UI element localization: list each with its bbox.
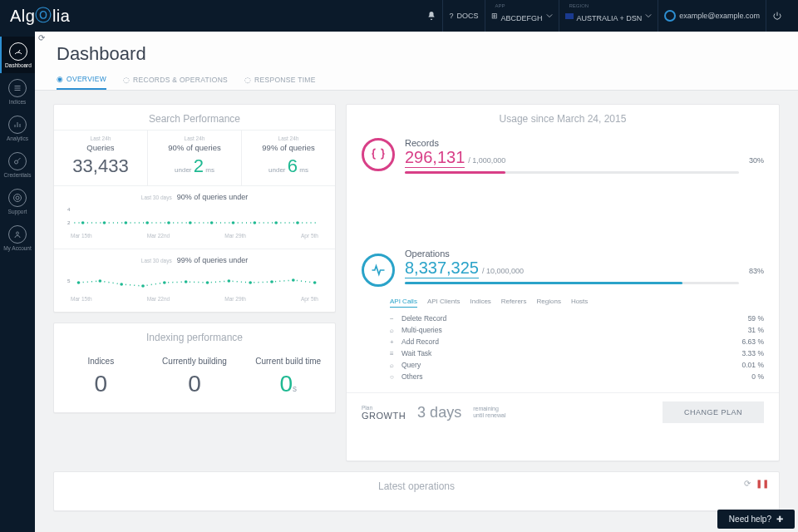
metric-value: 33,433	[57, 155, 144, 177]
tab-response-time[interactable]: ◌RESPONSE TIME	[244, 75, 316, 90]
logout-button[interactable]	[766, 0, 788, 32]
sidebar-item-credentials[interactable]: Credentials	[0, 146, 35, 183]
svg-point-17	[296, 221, 299, 224]
metric-label: 99% of queries	[245, 143, 332, 152]
svg-text:2: 2	[67, 219, 71, 225]
svg-point-23	[163, 281, 166, 284]
sidebar-item-dashboard[interactable]: Dashboard	[0, 37, 35, 73]
sidebar-item-label: Support	[8, 209, 27, 214]
change-plan-button[interactable]: CHANGE PLAN	[663, 401, 764, 423]
braces-icon	[362, 138, 395, 171]
svg-point-1	[16, 196, 19, 200]
pause-icon[interactable]: ❚❚	[756, 479, 769, 488]
refresh-icon[interactable]: ⟳	[744, 479, 751, 488]
flag-icon	[565, 13, 574, 19]
sidebar-item-support[interactable]: Support	[0, 183, 35, 219]
list-item: ⌕Multi-queries31 %	[390, 324, 764, 336]
api-breakdown-list: −Delete Record59 % ⌕Multi-queries31 % +A…	[347, 308, 779, 392]
tab-label: RECORDS & OPERATIONS	[133, 76, 228, 84]
svg-point-29	[292, 278, 295, 282]
clock-icon: ◌	[123, 76, 130, 83]
sidebar-item-account[interactable]: My Account	[0, 219, 35, 256]
svg-point-0	[15, 160, 18, 164]
list-icon	[8, 79, 27, 97]
user-email: example@example.com	[679, 12, 760, 20]
sidebar-item-label: Credentials	[4, 172, 32, 178]
svg-point-25	[206, 281, 209, 284]
region-selector[interactable]: REGION AUSTRALIA + DSN	[559, 0, 658, 32]
renewal-sub: remaining until renewal	[473, 406, 505, 418]
metric-queries: Last 24h Queries 33,433	[54, 131, 148, 185]
docs-link[interactable]: ? DOCS	[442, 0, 484, 32]
plan-caption: Plan	[362, 405, 406, 411]
usage-limit: / 10,000,000	[482, 267, 524, 275]
metric-99pct: Last 24h 99% of queries under 6 ms	[242, 131, 335, 185]
user-icon	[8, 225, 27, 244]
metric-label: 90% of queries	[151, 143, 238, 152]
sidebar-item-analytics[interactable]: Analytics	[0, 110, 35, 146]
svg-point-2	[14, 194, 22, 201]
bar-chart-icon	[8, 116, 27, 134]
refresh-icon[interactable]: ⟳	[38, 33, 45, 42]
page-tabs: ◉OVERVIEW ◌RECORDS & OPERATIONS ◌RESPONS…	[57, 75, 776, 90]
svg-point-11	[167, 221, 170, 224]
region-selector-caption: REGION	[569, 3, 589, 8]
chart-90pct: Last 30 days90% of queries under 4 2 Mar…	[54, 185, 335, 249]
plan-footer: Plan GROWTH 3 days remaining until renew…	[347, 392, 779, 435]
plan-name: GROWTH	[362, 411, 406, 421]
api-breakdown-tabs: API Calls API Clients Indices Referers R…	[347, 293, 779, 308]
latest-operations-panel: Latest operations ⟳❚❚	[53, 471, 780, 511]
main: Dashboard ◉OVERVIEW ◌RECORDS & OPERATION…	[35, 32, 798, 532]
grid-icon: ⊞	[491, 12, 498, 20]
api-tab-regions[interactable]: Regions	[537, 298, 561, 308]
life-ring-icon	[8, 189, 27, 207]
sidebar-item-indices[interactable]: Indices	[0, 73, 35, 110]
sidebar-item-label: Dashboard	[5, 62, 32, 68]
metric-label: Queries	[57, 143, 144, 152]
page-title: Dashboard	[57, 43, 776, 65]
metric-90pct: Last 24h 90% of queries under 2 ms	[148, 131, 242, 185]
bell-icon	[426, 11, 436, 21]
metric-building: Currently building0	[148, 348, 242, 412]
tab-label: OVERVIEW	[66, 75, 106, 83]
list-icon: ≡	[390, 350, 397, 357]
minus-icon: −	[390, 315, 397, 323]
user-menu[interactable]: example@example.com	[658, 0, 766, 32]
sparkline-icon: 4 2	[66, 204, 323, 233]
notifications-button[interactable]	[421, 0, 442, 32]
api-tab-clients[interactable]: API Clients	[427, 298, 461, 308]
gauge-icon	[9, 42, 27, 61]
list-item: ≡Wait Task3.33 %	[390, 347, 764, 359]
svg-point-14	[232, 221, 235, 224]
svg-point-26	[227, 279, 230, 283]
api-tab-calls[interactable]: API Calls	[390, 298, 417, 308]
metric-build-time: Current build time0s	[241, 348, 335, 412]
svg-point-3	[17, 232, 19, 234]
period-label: Last 24h	[245, 135, 332, 141]
brand-logo: Algⓞlia	[10, 5, 70, 27]
svg-point-30	[313, 281, 317, 284]
activity-icon	[362, 254, 395, 287]
tab-overview[interactable]: ◉OVERVIEW	[57, 75, 106, 90]
usage-percent: 30%	[749, 156, 764, 165]
sidebar-item-label: Analytics	[7, 135, 28, 141]
usage-panel: Usage since March 24, 2015 Records 296,1…	[346, 104, 780, 461]
app-selector[interactable]: APP ⊞ ABCDEFGH	[485, 0, 559, 32]
svg-point-15	[253, 221, 256, 224]
page-header: Dashboard ◉OVERVIEW ◌RECORDS & OPERATION…	[35, 32, 798, 91]
eye-icon: ◉	[57, 76, 63, 82]
period-label: Last 24h	[151, 135, 238, 141]
list-item: −Delete Record59 %	[390, 313, 764, 324]
renewal-days: 3 days	[417, 404, 461, 421]
list-item: +Add Record6.63 %	[390, 336, 764, 347]
api-tab-indices[interactable]: Indices	[470, 298, 490, 308]
help-button[interactable]: Need help? ✚	[717, 510, 795, 529]
sidebar-item-label: Indices	[9, 99, 27, 105]
svg-point-28	[270, 280, 273, 283]
tab-records[interactable]: ◌RECORDS & OPERATIONS	[123, 75, 228, 90]
api-tab-referers[interactable]: Referers	[501, 298, 527, 308]
power-icon	[772, 11, 782, 21]
api-tab-hosts[interactable]: Hosts	[571, 298, 588, 308]
plus-icon: +	[390, 338, 397, 346]
help-circle-icon: ?	[449, 12, 453, 20]
